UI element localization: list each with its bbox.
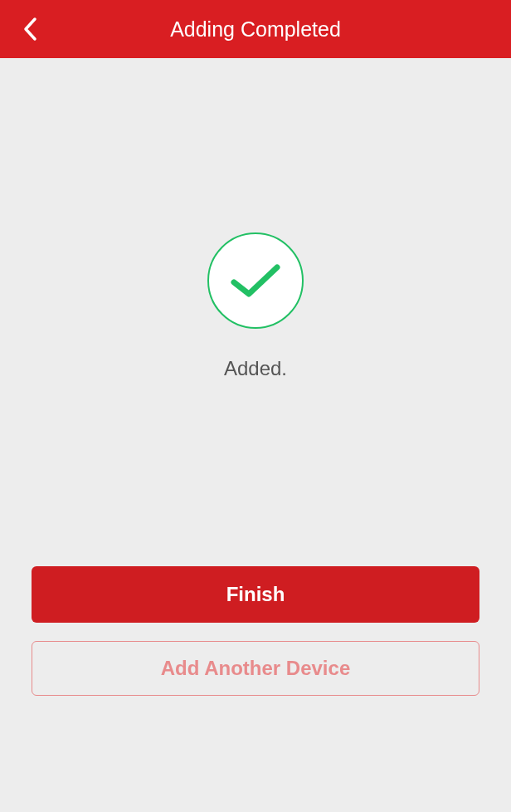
header-bar: Adding Completed [0, 0, 511, 58]
success-indicator [207, 232, 304, 329]
page-title: Adding Completed [0, 17, 511, 42]
add-another-device-button[interactable]: Add Another Device [32, 641, 479, 696]
finish-button[interactable]: Finish [32, 566, 479, 623]
content-area: Added. Finish Add Another Device [0, 58, 511, 812]
checkmark-icon [229, 261, 282, 301]
chevron-left-icon [22, 17, 37, 42]
status-text: Added. [0, 357, 511, 380]
back-button[interactable] [13, 12, 46, 46]
